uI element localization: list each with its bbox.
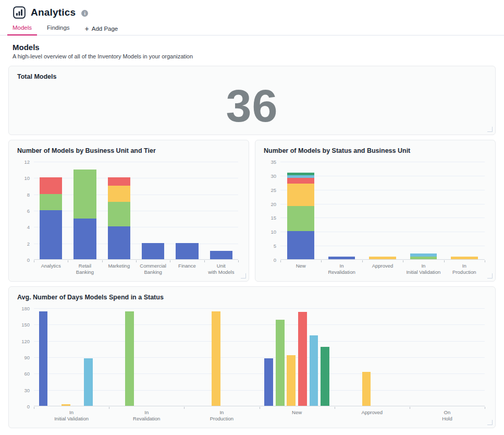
- y-axis-tick-label: 10: [16, 175, 30, 181]
- y-axis-tick-label: 150: [16, 322, 30, 328]
- y-axis-tick-label: 10: [263, 229, 276, 235]
- dashboard-content: Models A high-level overview of all of t…: [0, 43, 504, 428]
- bar-segment[interactable]: [73, 219, 96, 259]
- x-axis-tick: [184, 407, 185, 409]
- bar-segment[interactable]: [287, 231, 314, 259]
- card-resize-handle-icon[interactable]: [487, 420, 493, 426]
- x-axis-tick: [136, 260, 137, 262]
- x-axis-tick: [204, 260, 205, 262]
- bar-segment[interactable]: [125, 311, 134, 406]
- y-axis-tick-label: 0: [263, 257, 276, 263]
- bar-segment[interactable]: [328, 257, 355, 259]
- bar-segment[interactable]: [108, 186, 130, 202]
- tab-models[interactable]: Models: [7, 22, 37, 35]
- tab-findings[interactable]: Findings: [42, 22, 75, 35]
- bar-segment[interactable]: [176, 243, 198, 259]
- bar-segment[interactable]: [62, 404, 70, 406]
- add-page-label: Add Page: [92, 26, 118, 32]
- chart-title: Avg. Number of Days Models Spend in a St…: [9, 287, 495, 301]
- gridline: [34, 373, 485, 374]
- x-axis-tick: [362, 260, 363, 262]
- analytics-app-icon: [13, 6, 26, 19]
- chart-models-by-status-bu: 05101520253035NewIn RevalidationApproved…: [263, 158, 488, 276]
- chart-card-row: Number of Models by Business Unit and Ti…: [8, 140, 496, 282]
- x-axis-tick: [34, 260, 34, 262]
- bar-segment[interactable]: [264, 358, 273, 406]
- y-axis-tick-label: 90: [16, 355, 30, 360]
- y-axis-tick-label: 20: [263, 201, 276, 207]
- y-axis-tick-label: 5: [263, 243, 276, 249]
- bar-segment[interactable]: [142, 243, 164, 259]
- bar-segment[interactable]: [39, 311, 48, 406]
- y-axis-tick-label: 25: [263, 187, 276, 193]
- chart-title: Number of Models by Status and Business …: [255, 140, 495, 154]
- bar-segment[interactable]: [321, 347, 329, 406]
- bar-segment[interactable]: [276, 320, 285, 406]
- bar-segment[interactable]: [40, 194, 62, 210]
- x-axis-tick: [321, 260, 322, 262]
- x-axis-tick: [260, 407, 260, 409]
- y-axis-tick-label: 30: [263, 173, 276, 179]
- bar-segment[interactable]: [410, 253, 437, 256]
- bar-segment[interactable]: [287, 173, 314, 175]
- bar-segment[interactable]: [451, 257, 478, 259]
- bar-segment[interactable]: [108, 177, 130, 186]
- x-axis-tick: [170, 260, 170, 262]
- y-axis-tick-label: 120: [16, 339, 30, 344]
- y-axis-tick-label: 12: [16, 159, 30, 165]
- x-axis-tick: [403, 260, 403, 262]
- card-models-by-status-bu: Number of Models by Status and Business …: [255, 140, 496, 282]
- x-axis-tick: [34, 407, 34, 409]
- gridline: [34, 390, 485, 391]
- card-resize-handle-icon[interactable]: [241, 273, 247, 279]
- bar-segment[interactable]: [369, 257, 396, 259]
- x-axis-tick: [485, 260, 485, 262]
- bar-segment[interactable]: [84, 358, 93, 406]
- bar-segment[interactable]: [210, 251, 232, 259]
- bar-segment[interactable]: [287, 178, 314, 184]
- bar-segment[interactable]: [40, 177, 62, 194]
- y-axis-tick-label: 15: [263, 215, 276, 221]
- bar-segment[interactable]: [40, 210, 62, 259]
- info-icon[interactable]: i: [81, 10, 88, 17]
- gridline: [34, 178, 238, 178]
- x-axis-tick: [109, 407, 109, 409]
- card-total-models: Total Models 36: [8, 66, 496, 135]
- bar-segment[interactable]: [410, 257, 437, 259]
- card-resize-handle-icon[interactable]: [487, 127, 493, 132]
- page-heading: Analytics: [31, 7, 76, 18]
- x-axis-category-label: Unit with Models: [198, 263, 244, 275]
- bar-segment[interactable]: [108, 226, 130, 259]
- gridline: [34, 211, 238, 211]
- y-axis-tick-label: 6: [16, 208, 30, 214]
- bar-segment[interactable]: [310, 335, 318, 406]
- bar-segment[interactable]: [362, 372, 371, 406]
- bar-segment[interactable]: [212, 311, 220, 406]
- x-axis-category-label: In Production: [437, 263, 492, 275]
- bar-segment[interactable]: [287, 184, 314, 206]
- chart-title: Number of Models by Business Unit and Ti…: [9, 140, 249, 154]
- bar-segment[interactable]: [73, 170, 96, 219]
- card-resize-handle-icon[interactable]: [487, 273, 493, 279]
- chart-plot-area: [34, 162, 238, 260]
- add-page-button[interactable]: + Add Page: [80, 23, 124, 35]
- x-axis-tick: [485, 407, 485, 409]
- y-axis-tick-label: 35: [263, 159, 276, 165]
- plus-icon: +: [85, 26, 89, 31]
- chart-avg-days-in-status: 0306090120150180In Initial ValidationIn …: [16, 304, 488, 423]
- bar-segment[interactable]: [287, 206, 314, 231]
- x-axis-tick: [410, 407, 410, 409]
- bar-segment[interactable]: [108, 202, 130, 226]
- y-axis-tick-label: 4: [16, 224, 30, 230]
- x-axis-tick: [102, 260, 103, 262]
- bar-segment[interactable]: [287, 175, 314, 178]
- bar-segment[interactable]: [298, 312, 307, 406]
- y-axis-tick-label: 0: [16, 404, 30, 409]
- gridline: [280, 162, 485, 162]
- chart-plot-area: [34, 308, 485, 406]
- gridline: [34, 341, 485, 342]
- x-axis-tick: [280, 260, 281, 262]
- y-axis-tick-label: 60: [16, 371, 30, 377]
- bar-segment[interactable]: [287, 355, 296, 406]
- x-axis-tick: [238, 260, 239, 262]
